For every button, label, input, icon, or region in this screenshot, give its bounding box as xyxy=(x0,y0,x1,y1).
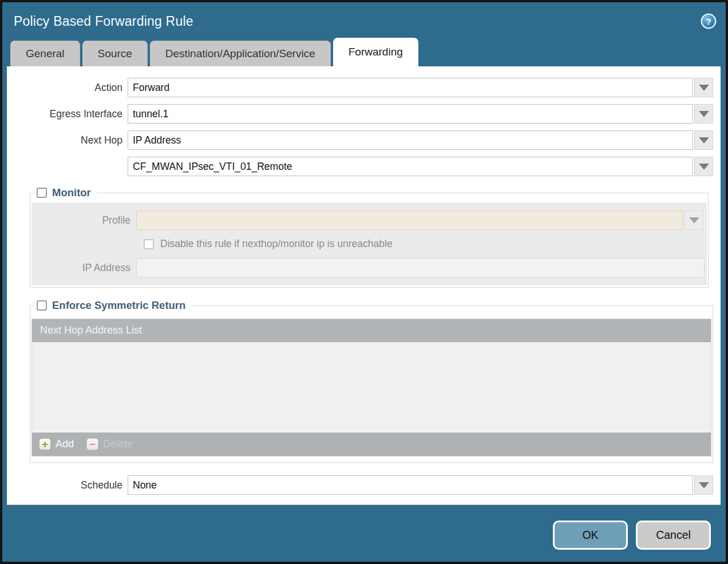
monitor-ip-address-input xyxy=(136,258,705,277)
profile-label: Profile xyxy=(31,215,136,227)
next-hop-address-dropdown-button[interactable] xyxy=(694,157,713,176)
monitor-ip-address-label: IP Address xyxy=(31,262,136,274)
monitor-legend-label: Monitor xyxy=(52,186,91,199)
schedule-input[interactable] xyxy=(128,475,693,495)
delete-button-label: Delete xyxy=(103,438,133,450)
egress-interface-label: Egress Interface xyxy=(14,108,128,120)
enforce-symmetric-return-checkbox[interactable] xyxy=(37,300,47,311)
policy-based-forwarding-dialog: Policy Based Forwarding Rule ? General S… xyxy=(0,0,728,564)
profile-row: Profile xyxy=(31,210,707,230)
egress-interface-dropdown-button[interactable] xyxy=(694,104,713,124)
disable-rule-checkbox xyxy=(144,239,154,249)
next-hop-dropdown-button[interactable] xyxy=(694,130,713,150)
monitor-checkbox[interactable] xyxy=(37,188,47,198)
monitor-ip-address-row: IP Address xyxy=(31,258,707,277)
egress-interface-input[interactable] xyxy=(128,104,693,124)
next-hop-address-list-toolbar: + Add − Delete xyxy=(32,432,711,456)
schedule-row: Schedule xyxy=(14,475,713,495)
next-hop-label: Next Hop xyxy=(14,134,128,146)
next-hop-address-list-rows[interactable] xyxy=(32,342,711,432)
tab-source[interactable]: Source xyxy=(82,41,148,66)
chevron-down-icon xyxy=(699,111,709,117)
next-hop-address-row xyxy=(14,157,713,176)
next-hop-type-input[interactable] xyxy=(128,130,693,150)
delete-button: − Delete xyxy=(86,438,133,450)
ok-button[interactable]: OK xyxy=(553,521,628,550)
add-button-label: Add xyxy=(56,438,74,450)
profile-dropdown-button xyxy=(685,210,703,230)
monitor-section: Monitor Profile Disable this rule if nex… xyxy=(30,193,709,288)
next-hop-address-list-table: Next Hop Address List + Add − Delete xyxy=(31,319,711,456)
dialog-title: Policy Based Forwarding Rule xyxy=(14,14,193,29)
cancel-button[interactable]: Cancel xyxy=(636,521,711,550)
help-icon[interactable]: ? xyxy=(701,13,717,29)
monitor-section-body: Profile Disable this rule if nexthop/mon… xyxy=(31,202,707,285)
plus-icon: + xyxy=(39,438,51,450)
tab-forwarding[interactable]: Forwarding xyxy=(333,38,418,66)
dialog-footer: OK Cancel xyxy=(2,505,726,550)
disable-rule-row: Disable this rule if nexthop/monitor ip … xyxy=(144,238,707,250)
chevron-down-icon xyxy=(699,137,709,144)
tab-general[interactable]: General xyxy=(10,41,80,66)
chevron-down-icon xyxy=(699,164,709,170)
tab-destination-application-service[interactable]: Destination/Application/Service xyxy=(150,41,331,66)
enforce-symmetric-return-legend-label: Enforce Symmetric Return xyxy=(52,299,185,312)
enforce-symmetric-return-legend: Enforce Symmetric Return xyxy=(34,298,191,313)
egress-interface-row: Egress Interface xyxy=(14,104,713,124)
dialog-titlebar: Policy Based Forwarding Rule ? xyxy=(2,2,726,38)
enforce-symmetric-return-section: Enforce Symmetric Return Next Hop Addres… xyxy=(30,305,713,463)
next-hop-address-list-header: Next Hop Address List xyxy=(32,319,711,342)
action-label: Action xyxy=(14,82,128,94)
action-input[interactable] xyxy=(128,78,693,97)
disable-rule-label: Disable this rule if nexthop/monitor ip … xyxy=(160,238,393,250)
help-glyph: ? xyxy=(706,17,711,26)
schedule-label: Schedule xyxy=(14,479,128,491)
add-button[interactable]: + Add xyxy=(39,438,74,450)
minus-icon: − xyxy=(86,438,98,450)
schedule-dropdown-button[interactable] xyxy=(694,475,713,495)
next-hop-row: Next Hop xyxy=(14,130,713,150)
monitor-legend: Monitor xyxy=(34,185,97,200)
action-row: Action xyxy=(14,78,713,97)
chevron-down-icon xyxy=(699,85,709,91)
tab-bar: General Source Destination/Application/S… xyxy=(2,38,726,66)
action-dropdown-button[interactable] xyxy=(694,78,713,97)
next-hop-address-input[interactable] xyxy=(128,157,693,176)
chevron-down-icon xyxy=(689,217,699,224)
forwarding-tab-panel: Action Egress Interface Next Hop xyxy=(7,66,721,505)
chevron-down-icon xyxy=(699,482,709,488)
profile-input xyxy=(136,210,683,230)
